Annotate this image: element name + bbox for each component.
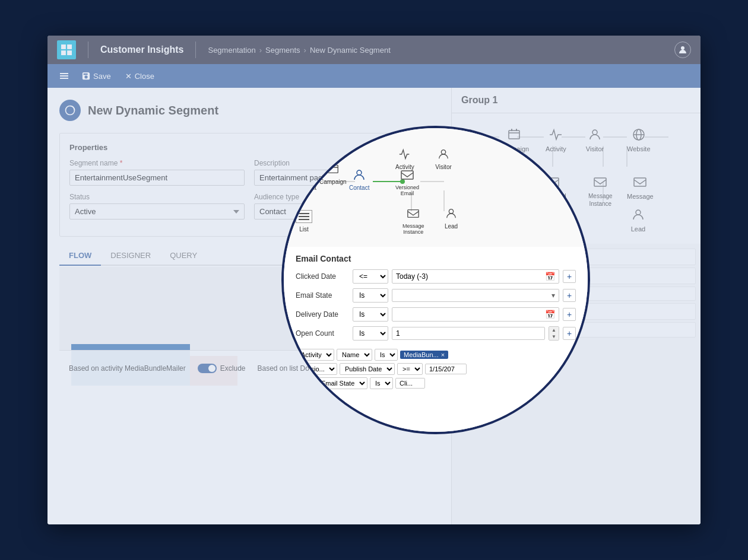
toggle-label: Exclude	[220, 364, 246, 373]
c-node-message-instance[interactable]: Message Instance	[402, 205, 424, 235]
ec-row-open-count: Open Count Is ▲ ▼ +	[296, 326, 576, 341]
svg-rect-1	[67, 44, 72, 49]
open-count-label: Open Count	[296, 329, 349, 338]
breadcrumb-segments[interactable]: Segments	[265, 46, 300, 55]
status-label: Status	[69, 193, 245, 201]
segment-header: New Dynamic Segment	[59, 100, 439, 121]
svg-rect-7	[60, 78, 68, 79]
node-message[interactable]: Message	[627, 173, 654, 200]
shell: Customer Insights Segmentation › Segment…	[0, 0, 748, 560]
group-header: Group 1	[452, 88, 701, 113]
exclude-toggle[interactable]	[198, 364, 217, 373]
message-instance-icon	[591, 173, 610, 192]
br1-col2[interactable]: Name	[337, 349, 372, 361]
svg-point-36	[357, 170, 362, 175]
svg-point-4	[681, 46, 684, 50]
c-node-segment[interactable]: ⟳ Segment	[293, 167, 316, 191]
c-node-visitor[interactable]: Visitor	[435, 146, 452, 170]
email-state-dropdown[interactable]: ▾	[552, 291, 555, 300]
circle-overlay: ⟳ Segment List	[281, 126, 590, 434]
br2-value[interactable]	[425, 364, 467, 374]
delivery-date-label: Delivery Date	[296, 310, 349, 319]
breadcrumb: Segmentation › Segments › New Dynamic Se…	[208, 46, 390, 55]
c-node-contact[interactable]: Contact	[349, 167, 369, 191]
node-visitor[interactable]: Visitor	[585, 125, 604, 152]
svg-point-38	[441, 150, 445, 154]
visitor-icon	[585, 125, 604, 144]
visitor-circle-icon	[435, 146, 452, 163]
email-contact-title: Email Contact	[296, 254, 576, 263]
c-node-campaign[interactable]: Campaign	[319, 161, 347, 185]
stepper-up[interactable]: ▲	[549, 327, 559, 333]
ec-row-clicked-date: Clicked Date <= >= Is Today (-3) 📅 +	[296, 269, 576, 284]
email-state-add[interactable]: +	[563, 289, 576, 302]
user-icon[interactable]	[674, 42, 691, 58]
circle-diagram: ⟳ Segment List	[284, 128, 588, 247]
message-instance-circle-icon	[405, 205, 421, 222]
delivery-date-value: 📅	[392, 307, 559, 322]
toggle-wrapper: Exclude	[198, 364, 246, 373]
svg-point-29	[636, 210, 641, 215]
svg-rect-6	[60, 75, 68, 77]
node-lead[interactable]: Lead	[629, 205, 648, 233]
email-state-value: ▾	[392, 289, 559, 302]
stepper-down[interactable]: ▼	[549, 333, 559, 340]
status-field: Status Active Inactive	[69, 193, 245, 219]
campaign-circle-icon	[325, 161, 341, 177]
hamburger-button[interactable]	[55, 66, 74, 85]
svg-point-22	[592, 130, 597, 135]
command-bar: Save ✕ Close	[47, 64, 701, 88]
br3-value[interactable]	[395, 378, 425, 389]
email-state-operator[interactable]: Is	[353, 288, 388, 303]
clicked-date-operator[interactable]: <= >= Is	[353, 269, 388, 284]
node-message-instance[interactable]: Message Instance	[588, 173, 613, 207]
open-count-input[interactable]	[392, 327, 545, 340]
activity-circle-icon	[397, 146, 413, 163]
br2-col3[interactable]: >=	[397, 363, 423, 375]
c-node-list[interactable]: List	[296, 208, 312, 233]
node-website[interactable]: Website	[627, 125, 651, 152]
clicked-date-add[interactable]: +	[563, 270, 576, 283]
breadcrumb-current: New Dynamic Segment	[310, 46, 391, 55]
br1-col3[interactable]: Is	[375, 349, 398, 361]
segment-icon	[59, 100, 81, 121]
nav-divider	[88, 42, 88, 58]
app-grid-icon[interactable]	[57, 40, 76, 59]
toggle-thumb	[208, 365, 215, 372]
tab-designer[interactable]: DESIGNER	[101, 246, 160, 266]
svg-rect-41	[328, 166, 338, 173]
close-button[interactable]: ✕ Close	[119, 69, 160, 83]
segment-name-field: Segment name *	[69, 159, 245, 186]
open-count-add[interactable]: +	[563, 327, 576, 340]
top-nav: Customer Insights Segmentation › Segment…	[47, 36, 701, 64]
c-node-lead[interactable]: Lead	[443, 205, 459, 230]
breadcrumb-segmentation[interactable]: Segmentation	[208, 46, 255, 55]
contact-circle-icon	[351, 167, 367, 183]
lead-icon	[629, 205, 648, 224]
activity-text: Based on activity MediaBundleMailer	[69, 364, 186, 373]
clicked-date-cal[interactable]: 📅	[545, 272, 555, 281]
ec-row-email-state: Email State Is ▾ +	[296, 288, 576, 303]
save-button[interactable]: Save	[76, 69, 117, 83]
clicked-date-label: Clicked Date	[296, 272, 349, 281]
open-count-operator[interactable]: Is	[353, 326, 388, 341]
c-node-activity[interactable]: Activity	[395, 146, 414, 170]
tab-query[interactable]: QUERY	[160, 246, 207, 266]
br3-col3[interactable]: Is	[370, 377, 393, 389]
status-select[interactable]: Active Inactive	[69, 203, 245, 219]
tab-flow[interactable]: FLOW	[59, 246, 101, 266]
br1-tag-close[interactable]: ×	[441, 351, 445, 358]
segment-name-input[interactable]	[69, 170, 245, 186]
app-window: Customer Insights Segmentation › Segment…	[47, 36, 701, 524]
delivery-date-operator[interactable]: Is	[353, 307, 388, 322]
segment-circle-icon: ⟳	[296, 167, 313, 183]
delivery-date-cal[interactable]: 📅	[545, 310, 555, 319]
breadcrumb-sep-1: ›	[259, 46, 262, 55]
svg-point-40	[449, 209, 453, 214]
c-node-versioned-email[interactable]: Versioned Email	[395, 167, 419, 196]
delivery-date-add[interactable]: +	[563, 308, 576, 321]
lead-circle-icon	[443, 205, 459, 222]
email-state-label: Email State	[296, 291, 349, 300]
br2-col2[interactable]: Publish Date	[340, 363, 395, 375]
svg-rect-5	[60, 73, 68, 74]
